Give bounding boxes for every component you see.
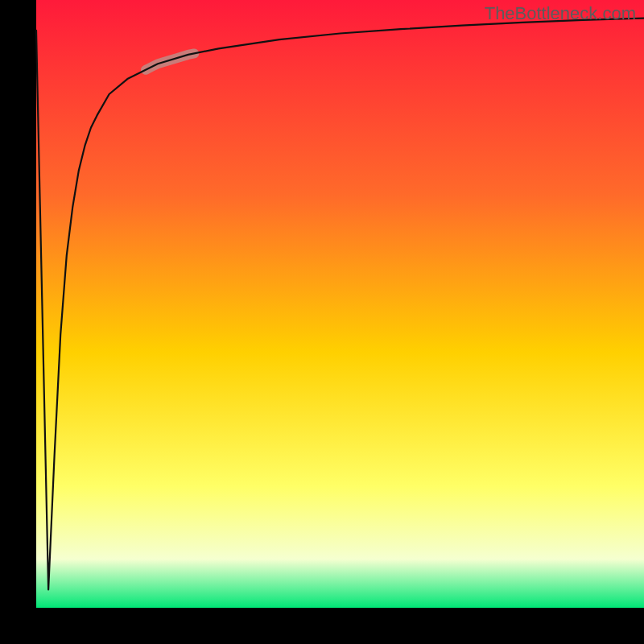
curve-layer [36, 0, 644, 608]
bottleneck-curve [36, 19, 644, 590]
attribution-text: TheBottleneck.com [485, 3, 636, 24]
chart-container: TheBottleneck.com [0, 0, 644, 644]
x-axis-bar [0, 608, 644, 644]
y-axis-bar [0, 0, 36, 612]
plot-area [36, 0, 644, 608]
